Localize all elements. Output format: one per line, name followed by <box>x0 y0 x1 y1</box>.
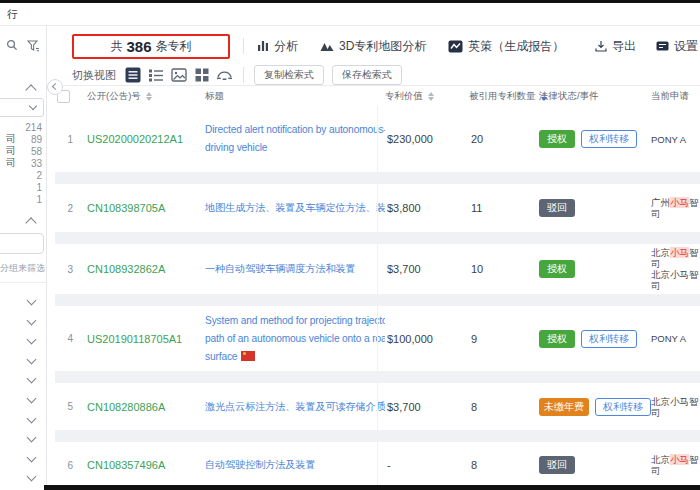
download-icon <box>595 40 607 52</box>
patent-title-link[interactable]: 一种自动驾驶车辆调度方法和装置 <box>199 260 385 278</box>
patent-title-link[interactable]: System and method for projecting traject… <box>199 312 385 366</box>
sidebar-filter-option[interactable]: 1 <box>0 193 42 205</box>
legal-status-badge: 权利转移 <box>581 330 637 348</box>
sidebar-section-collapse-icon[interactable] <box>25 217 36 228</box>
chevron-left-icon <box>52 83 59 90</box>
toolbar-divider <box>243 38 244 54</box>
patent-title-link[interactable]: 激光点云标注方法、装置及可读存储介质 <box>199 398 385 416</box>
column-header-number[interactable]: 公开(公告)号 <box>87 90 199 103</box>
patent-value: $3,700 <box>385 263 469 275</box>
row-index: 2 <box>55 203 75 214</box>
cited-count: 11 <box>469 202 539 214</box>
patent-row[interactable]: 5 CN108280886A 激光点云标注方法、装置及可读存储介质 $3,700… <box>55 383 700 430</box>
row-index: 4 <box>55 333 75 344</box>
sidebar-filter-hint: 分组来筛选 <box>0 262 46 275</box>
sidebar-filter-option[interactable]: 2 <box>0 169 42 181</box>
custom-view-button[interactable] <box>216 67 233 84</box>
column-header-applicant: 当前申请 <box>645 90 700 103</box>
sidebar-section-toggle[interactable] <box>0 410 46 430</box>
sidebar-section-toggle[interactable] <box>0 390 46 410</box>
view-toolbar: 切换视图 复制检索式 保存检索式 <box>47 63 700 87</box>
patent-number-link[interactable]: US20200020212A1 <box>87 133 199 145</box>
table-header: 公开(公告)号 标题 专利价值 被引用专利数量 法律状态/事件 当前申请 <box>55 85 700 107</box>
legal-status-badge: 权利转移 <box>595 398 651 416</box>
sidebar-section-toggle[interactable] <box>0 370 46 390</box>
settings-fields-button[interactable]: 设置 <box>656 38 698 55</box>
detail-list-view-button[interactable] <box>147 67 164 84</box>
cited-count: 9 <box>469 333 539 345</box>
applicant-cell: PONY A <box>645 333 700 344</box>
table-body: 1 US20200020212A1 Directed alert notific… <box>55 106 700 490</box>
patent-number-link[interactable]: CN108280886A <box>87 401 199 413</box>
column-header-value[interactable]: 专利价值 <box>385 90 469 103</box>
patent-title-link[interactable]: Directed alert notification by autonomou… <box>199 121 385 157</box>
save-query-button[interactable]: 保存检索式 <box>332 65 402 85</box>
sidebar-section-toggle[interactable] <box>0 351 46 371</box>
export-button[interactable]: 导出 <box>595 38 636 55</box>
sort-icon[interactable] <box>428 92 434 101</box>
cited-count: 20 <box>469 133 539 145</box>
patent-row[interactable]: 2 CN108398705A 地图生成方法、装置及车辆定位方法、装置 $3,80… <box>55 184 700 232</box>
sidebar-collapse-button[interactable] <box>47 79 63 95</box>
legal-status-cell: 驳回 <box>539 456 645 474</box>
applicant-cell: 北京小马智司北京小马智司 <box>645 247 700 291</box>
legal-status-cell: 授权权利转移 <box>539 330 645 348</box>
report-generate-button[interactable]: 英策（生成报告） <box>448 38 564 55</box>
sidebar-section-toggle[interactable] <box>0 449 46 469</box>
patent-row[interactable]: 4 US20190118705A1 System and method for … <box>55 306 700 371</box>
patent-title-link[interactable]: 地图生成方法、装置及车辆定位方法、装置 <box>199 199 385 217</box>
row-index: 5 <box>55 401 75 412</box>
red-flag-marker <box>241 351 255 361</box>
keyword-highlight: 小马 <box>670 197 689 208</box>
patent-title-link[interactable]: 自动驾驶控制方法及装置 <box>199 456 385 474</box>
sidebar-filter-option[interactable]: 司33 <box>0 157 42 169</box>
filter-funnel-icon[interactable] <box>27 40 40 52</box>
sidebar-section-toggle[interactable] <box>0 292 46 312</box>
patent-number-link[interactable]: CN108357496A <box>87 459 199 471</box>
switch-view-label: 切换视图 <box>72 68 116 83</box>
sidebar-collapsed-list <box>0 292 46 488</box>
partial-nav-text: 行 <box>7 7 18 22</box>
keyword-highlight: 小马 <box>670 247 689 258</box>
map3d-analysis-button[interactable]: 3D专利地图分析 <box>320 38 426 55</box>
patent-row[interactable]: 6 CN108357496A 自动驾驶控制方法及装置 - 8 驳回 北京小马智司 <box>55 442 700 488</box>
column-header-title: 标题 <box>199 90 385 103</box>
sidebar-filter-option[interactable]: 1 <box>0 181 42 193</box>
copy-query-button[interactable]: 复制检索式 <box>254 65 324 85</box>
patent-row[interactable]: 3 CN108932862A 一种自动驾驶车辆调度方法和装置 $3,700 10… <box>55 244 700 294</box>
grid-view-button[interactable] <box>193 67 210 84</box>
search-icon[interactable] <box>6 39 18 51</box>
sidebar-divider <box>0 282 46 283</box>
image-view-button[interactable] <box>170 67 187 84</box>
applicant-cell: 广州小马智司 <box>645 197 700 219</box>
cited-count: 10 <box>469 263 539 275</box>
patent-value: $3,700 <box>385 401 469 413</box>
applicant-cell: 北京小马智司 <box>645 396 700 418</box>
legal-status-cell: 未缴年费权利转移 <box>539 398 645 416</box>
patent-value: $230,000 <box>385 133 469 145</box>
toolbar-divider <box>243 67 244 83</box>
legal-status-cell: 授权权利转移 <box>539 130 645 148</box>
sidebar-section-toggle[interactable] <box>0 312 46 332</box>
list-view-button[interactable] <box>124 67 141 84</box>
sidebar-sort-dropdown[interactable] <box>0 98 44 117</box>
column-header-legal: 法律状态/事件 <box>539 90 645 103</box>
sidebar-filter-input[interactable] <box>0 233 44 254</box>
sort-icon[interactable] <box>146 92 152 101</box>
analysis-button[interactable]: 分析 <box>257 38 298 55</box>
patent-number-link[interactable]: CN108932862A <box>87 263 199 275</box>
legal-status-badge: 授权 <box>539 330 575 348</box>
sidebar-section-collapse-icon[interactable] <box>25 84 36 95</box>
patent-number-link[interactable]: US20190118705A1 <box>87 333 199 345</box>
patent-number-link[interactable]: CN108398705A <box>87 202 199 214</box>
bar-chart-icon <box>257 40 269 52</box>
sidebar-section-toggle[interactable] <box>0 429 46 449</box>
legal-status-cell: 授权 <box>539 260 645 278</box>
patent-row[interactable]: 1 US20200020212A1 Directed alert notific… <box>55 106 700 172</box>
count-prefix: 共 <box>110 38 122 55</box>
patent-value: $3,800 <box>385 202 469 214</box>
sidebar-section-toggle[interactable] <box>0 331 46 351</box>
sidebar-section-toggle[interactable] <box>0 468 46 488</box>
column-header-cited[interactable]: 被引用专利数量 <box>469 90 539 103</box>
results-main-panel: 共 386 条专利 分析 3D专利地图分析 <box>47 26 700 490</box>
